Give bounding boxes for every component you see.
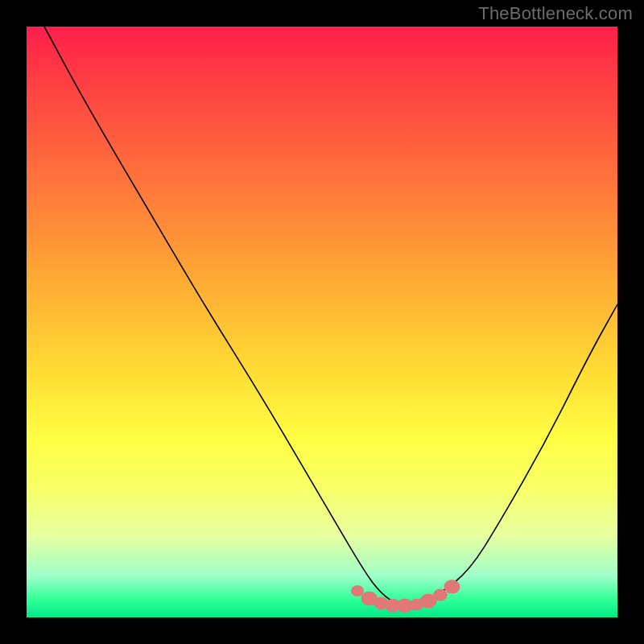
minimum-marker	[444, 580, 460, 593]
minimum-marker	[351, 585, 364, 597]
plot-area	[27, 27, 617, 617]
bottleneck-curve-path	[44, 27, 617, 605]
curve-svg	[27, 27, 617, 617]
minimum-markers-group	[351, 580, 460, 613]
minimum-marker	[433, 589, 448, 601]
watermark-text: TheBottleneck.com	[478, 3, 633, 24]
chart-frame: TheBottleneck.com	[0, 0, 644, 644]
